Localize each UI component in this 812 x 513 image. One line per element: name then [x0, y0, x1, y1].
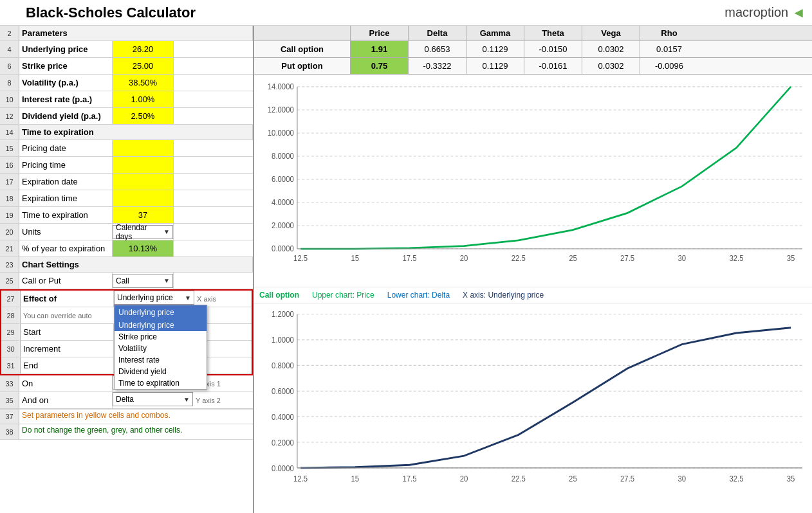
- svg-text:35: 35: [787, 253, 795, 262]
- spreadsheet-container: Black-Scholes Calculator macroption ◄ 2 …: [0, 0, 812, 513]
- dropdown-effect[interactable]: Underlying price ▼: [114, 291, 194, 305]
- right-panel: Price Delta Gamma Theta Vega Rho Call op…: [254, 26, 812, 513]
- svg-text:8.0000: 8.0000: [272, 152, 294, 160]
- row-num-18: 18: [0, 190, 19, 206]
- dropdown-andon-container: Delta ▼: [113, 392, 193, 408]
- row-18: 18 Expiration time optional: [0, 190, 253, 207]
- put-rho: -0.0096: [640, 58, 698, 74]
- value-tte[interactable]: 37: [113, 207, 174, 223]
- value-strike[interactable]: 25.00: [113, 58, 174, 74]
- svg-text:27.5: 27.5: [620, 253, 634, 262]
- dropdown-units-container: Calendar days ▼: [113, 224, 174, 240]
- value-interest[interactable]: 1.00%: [113, 91, 174, 107]
- dropdown-item-tte[interactable]: Time to expiration: [115, 377, 207, 389]
- label-increment: Increment: [21, 341, 114, 357]
- dropdown-item-volatility[interactable]: Volatility: [115, 343, 207, 354]
- row-27: 27 Effect of Underlying price ▼: [1, 291, 252, 307]
- label-and-on: And on: [19, 392, 113, 408]
- value-expiration-time[interactable]: [113, 190, 174, 206]
- label-on: On: [19, 375, 113, 392]
- call-vega: 0.0302: [582, 41, 640, 57]
- dropdown-item-underlying[interactable]: Underlying price: [115, 320, 207, 331]
- row-35: 35 And on Delta ▼ Y axis 2: [0, 392, 253, 409]
- dropdown-effect-popup: Underlying price Underlying price Strike…: [114, 305, 207, 390]
- row-21: 21 % of year to expiration 10.13%: [0, 240, 253, 257]
- label-volatility: Volatility (p.a.): [19, 75, 113, 91]
- dropdown-units[interactable]: Calendar days ▼: [113, 225, 173, 239]
- dropdown-item-dividend[interactable]: Dividend yield: [115, 366, 207, 377]
- value-expiration-date[interactable]: [113, 174, 174, 190]
- lower-chart: 1.2000 1.0000 0.8000 0.6000 0.4000 0.200…: [254, 303, 812, 514]
- row-num-21: 21: [0, 240, 19, 256]
- chart-info-row: Call option Upper chart: Price Lower cha…: [254, 287, 812, 303]
- value-volatility[interactable]: 38.50%: [113, 75, 174, 91]
- value-underlying[interactable]: 26.20: [113, 41, 174, 57]
- row-num-33: 33: [0, 375, 19, 392]
- chart-upper-label: Upper chart: Price: [312, 291, 374, 300]
- svg-text:32.5: 32.5: [729, 253, 743, 262]
- label-end: End: [21, 357, 114, 374]
- call-label: Call option: [254, 41, 351, 57]
- row-num-29: 29: [1, 324, 21, 340]
- svg-text:22.5: 22.5: [512, 474, 526, 483]
- svg-text:17.5: 17.5: [402, 474, 416, 483]
- svg-text:22.5: 22.5: [512, 253, 526, 262]
- put-price: 0.75: [351, 58, 409, 74]
- svg-text:12.5: 12.5: [293, 253, 308, 262]
- dropdown-item-interest[interactable]: Interest rate: [115, 354, 207, 366]
- row-28-note: You can override auto: [23, 312, 92, 320]
- dropdown-callput-arrow: ▼: [163, 277, 170, 284]
- put-theta: -0.0161: [524, 58, 582, 74]
- dropdown-andon-label: Delta: [116, 395, 134, 404]
- svg-text:0.8000: 0.8000: [272, 361, 294, 370]
- svg-text:2.0000: 2.0000: [272, 221, 294, 230]
- main-content: 2 Parameters 4 Underlying price 26.20 6 …: [0, 26, 812, 513]
- dropdown-effect-label: Underlying price: [117, 293, 173, 302]
- row-num-37: 37: [0, 410, 19, 424]
- app-title: Black-Scholes Calculator: [19, 4, 724, 21]
- label-underlying: Underlying price: [19, 41, 113, 57]
- row-num-23: 23: [0, 257, 19, 272]
- dropdown-callput[interactable]: Call ▼: [113, 274, 173, 288]
- value-dividend[interactable]: 2.50%: [113, 108, 174, 124]
- call-gamma: 0.1129: [466, 41, 524, 57]
- header-delta: Delta: [409, 26, 466, 40]
- row-20: 20 Units Calendar days ▼: [0, 224, 253, 240]
- label-start: Start: [21, 324, 114, 340]
- params-header: Parameters: [19, 26, 253, 40]
- row-num-14: 14: [0, 125, 19, 140]
- label-expiration-time: Expiration time: [19, 190, 113, 206]
- svg-text:30: 30: [678, 253, 686, 262]
- value-pricing-time[interactable]: [113, 157, 174, 173]
- svg-text:1.0000: 1.0000: [272, 335, 294, 345]
- empty-c15: [174, 140, 254, 156]
- value-pricing-date[interactable]: [113, 140, 174, 156]
- row-10: 10 Interest rate (p.a.) 1.00%: [0, 91, 253, 108]
- empty-c21: [174, 240, 254, 256]
- header-rho: Rho: [640, 26, 698, 40]
- row-num-28: 28: [1, 307, 21, 323]
- svg-text:30: 30: [678, 474, 686, 483]
- chart-lower-label: Lower chart: Delta: [387, 291, 450, 300]
- row-23: 23 Chart Settings: [0, 257, 253, 273]
- svg-text:12.5: 12.5: [293, 474, 308, 483]
- header-price: Price: [351, 26, 409, 40]
- value-pct-year: 10.13%: [113, 240, 174, 256]
- empty-c12: [174, 108, 254, 124]
- dropdown-andon[interactable]: Delta ▼: [113, 392, 193, 406]
- label-effect-of: Effect of: [21, 291, 114, 307]
- svg-text:17.5: 17.5: [402, 253, 416, 262]
- dropdown-effect-arrow: ▼: [185, 294, 191, 302]
- row-num-19: 19: [0, 207, 19, 223]
- upper-chart-svg: 14.0000 12.0000 10.0000 8.0000 6.0000 4.…: [257, 80, 809, 284]
- logo-text: macroption: [724, 5, 788, 20]
- dropdown-callput-label: Call: [116, 276, 129, 285]
- row-num-25: 25: [0, 273, 19, 289]
- dropdown-item-strike[interactable]: Strike price: [115, 331, 207, 343]
- note2: Do not change the green, grey, and other…: [19, 424, 185, 439]
- row-19: 19 Time to expiration 37 if both "Pri: [0, 207, 253, 224]
- row-6: 6 Strike price 25.00: [0, 58, 253, 75]
- dropdown-popup-header-text: Underlying price: [118, 308, 174, 317]
- row-num-30: 30: [1, 341, 21, 357]
- row-num-12: 12: [0, 108, 19, 124]
